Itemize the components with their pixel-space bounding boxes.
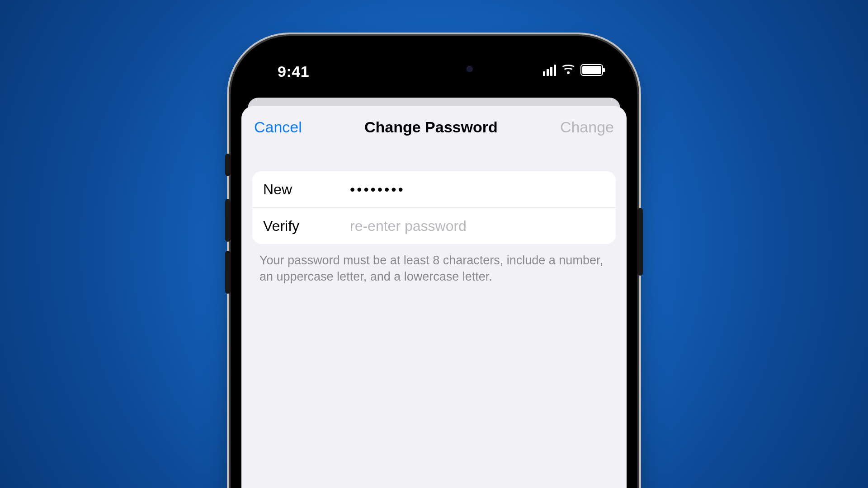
stage: 9:41 Cancel Change Password Change xyxy=(0,0,868,488)
new-password-input[interactable] xyxy=(349,181,605,198)
battery-icon xyxy=(580,64,603,76)
mute-switch xyxy=(225,154,231,176)
status-bar: 9:41 xyxy=(237,42,631,92)
volume-down-button xyxy=(225,251,231,294)
cellular-icon xyxy=(543,65,556,76)
change-password-sheet: Cancel Change Password Change New Verify… xyxy=(241,106,627,488)
change-button[interactable]: Change xyxy=(560,118,614,136)
status-time: 9:41 xyxy=(278,63,309,80)
status-icons xyxy=(543,64,603,76)
verify-password-input[interactable] xyxy=(349,217,605,235)
verify-password-label: Verify xyxy=(263,218,349,235)
phone-frame: 9:41 Cancel Change Password Change xyxy=(231,36,637,488)
wifi-icon xyxy=(561,65,575,75)
cancel-button[interactable]: Cancel xyxy=(254,118,302,136)
new-password-label: New xyxy=(263,181,349,198)
dynamic-island xyxy=(384,56,484,82)
volume-up-button xyxy=(225,199,231,242)
sheet-nav: Cancel Change Password Change xyxy=(241,106,627,136)
screen: 9:41 Cancel Change Password Change xyxy=(237,42,631,488)
sheet-title: Change Password xyxy=(364,118,498,136)
password-hint: Your password must be at least 8 charact… xyxy=(259,252,609,285)
new-password-row: New xyxy=(252,171,616,207)
password-field-group: New Verify xyxy=(252,171,616,244)
power-button xyxy=(637,208,643,276)
verify-password-row: Verify xyxy=(252,207,616,244)
